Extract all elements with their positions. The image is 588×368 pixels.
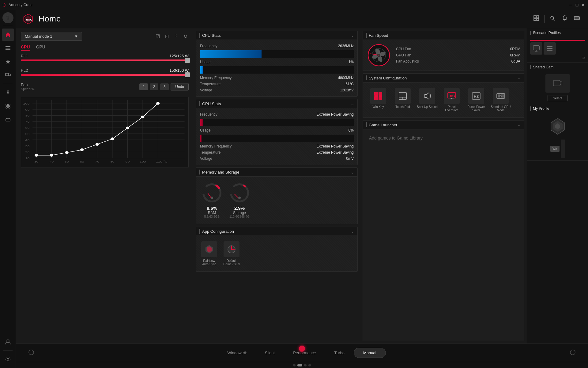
refresh-icon[interactable]: ↻ — [182, 33, 189, 40]
sidebar-item-fan[interactable] — [2, 86, 14, 99]
panel-overdrive-item[interactable]: 3MS Panel Overdrive — [441, 88, 462, 112]
cpu-stats-expand-icon[interactable]: ⌄ — [351, 33, 354, 38]
pl1-label-row: PL1 125/125 W — [21, 54, 189, 58]
mode-tab-turbo[interactable]: Turbo — [325, 348, 354, 358]
sidebar-item-user[interactable] — [2, 336, 14, 348]
fan-controls: 1 2 3 Undo — [139, 83, 189, 90]
mode-tabs-right-icon — [570, 349, 576, 356]
app-config-body: Rainbow Aura Sync — [196, 236, 357, 271]
rainbow-aura-item[interactable]: Rainbow Aura Sync — [201, 241, 217, 266]
game-launcher-header: Game Launcher ⌄ — [363, 121, 524, 129]
svg-rect-22 — [534, 18, 536, 21]
sidebar-item-settings[interactable] — [2, 353, 14, 366]
cpu-voltage-value: 1202mV — [340, 88, 354, 92]
fan-speed-header: Fan Speed — [363, 31, 524, 40]
battery-icon[interactable] — [573, 14, 582, 24]
undo-button[interactable]: Undo — [171, 83, 189, 90]
gpu-stats-body: Frequency Extreme Power Saving Usage 0% — [196, 108, 357, 165]
svg-rect-108 — [533, 46, 539, 50]
far-right-panel: Scenario Profiles — [527, 28, 588, 343]
close-button[interactable]: ✕ — [581, 2, 586, 7]
standard-gpu-item[interactable]: GPU Standard GPU Mode — [490, 88, 511, 112]
select-button[interactable]: Select — [548, 95, 567, 101]
win-key-item[interactable]: Win Key — [368, 88, 389, 112]
sidebar-item-home[interactable] — [2, 29, 14, 41]
memory-storage-expand-icon[interactable]: ⌄ — [351, 170, 354, 174]
mode-dropdown[interactable]: Manual mode 1 ▼ — [21, 32, 82, 41]
panel-power-saver-item[interactable]: HZ Panel Power Saver — [466, 88, 487, 112]
save-profile-icon[interactable]: ☑ — [154, 33, 161, 40]
maximize-button[interactable]: □ — [575, 2, 579, 7]
svg-point-7 — [6, 104, 8, 106]
gamevisual-item[interactable]: Default GameVisual — [223, 241, 240, 266]
sidebar-item-devices[interactable] — [2, 69, 14, 81]
gpu-stats-expand-icon[interactable]: ⌄ — [351, 101, 354, 106]
svg-rect-1 — [6, 48, 10, 48]
gpu-frequency-row: Frequency Extreme Power Saving — [200, 111, 354, 117]
mode-tab-windows[interactable]: Windows® — [218, 348, 255, 358]
fan-profile-3[interactable]: 3 — [160, 83, 169, 90]
memory-storage-header: Memory and Storage ⌄ — [196, 168, 357, 177]
minimize-button[interactable]: ─ — [568, 2, 573, 7]
game-launcher-body: Add games to Game Library — [363, 129, 524, 147]
sidebar-item-menu[interactable] — [2, 42, 14, 54]
system-config-body: Win Key — [363, 82, 524, 117]
cpu-mem-freq-value: 4800MHz — [338, 76, 354, 80]
page-dot-3 — [304, 364, 307, 366]
left-panel: Manual mode 1 ▼ ☑ ⊡ ⋮ ↻ CPU GPU — [16, 28, 194, 343]
svg-text:110 °C: 110 °C — [156, 160, 168, 163]
system-config-panel: System Configuration ⌄ — [363, 73, 524, 118]
cpu-stats-header: CPU Stats ⌄ — [196, 31, 357, 40]
tab-gpu[interactable]: GPU — [36, 44, 45, 51]
sidebar-item-hardware[interactable] — [2, 113, 14, 126]
scenario-profile-item[interactable] — [530, 42, 542, 55]
pl2-slider[interactable] — [21, 74, 189, 76]
app-body: 1 — [0, 10, 588, 368]
profile-scroll-track — [561, 140, 565, 158]
profile-gem-icon — [547, 116, 568, 137]
pl2-label: PL2 — [21, 68, 28, 73]
mode-tab-silent[interactable]: Silent — [256, 348, 284, 358]
svg-point-77 — [156, 102, 160, 105]
fan-profile-1[interactable]: 1 — [139, 83, 148, 90]
gamevisual-icon — [224, 241, 239, 257]
game-launcher-expand-icon[interactable]: ⌄ — [517, 122, 521, 127]
svg-rect-90 — [379, 92, 382, 96]
svg-line-25 — [553, 19, 555, 21]
fan-profile-2[interactable]: 2 — [150, 83, 158, 90]
cpu-usage-row: Usage 1% — [200, 59, 354, 65]
gpu-voltage-value: 0mV — [346, 156, 354, 161]
mode-tab-manual[interactable]: Manual — [354, 348, 386, 358]
touch-pad-item[interactable]: Touch Pad — [392, 88, 413, 112]
touch-pad-icon — [395, 88, 411, 104]
scenario-profile-truncate: Cr — [530, 56, 585, 60]
more-options-icon[interactable]: ⋮ — [172, 33, 180, 40]
svg-rect-29 — [575, 17, 579, 19]
gpu-usage-chart — [200, 135, 354, 142]
app-config-expand-icon[interactable]: ⌄ — [351, 229, 354, 234]
system-config-expand-icon[interactable]: ⌄ — [517, 75, 521, 80]
scenario-profile-item-2[interactable] — [544, 42, 556, 55]
panel-overdrive-label: Panel Overdrive — [441, 105, 462, 112]
sidebar-item-aura[interactable] — [2, 56, 14, 68]
search-icon[interactable] — [548, 14, 557, 24]
page-dot-4 — [308, 364, 311, 366]
sidebar-avatar[interactable]: 1 — [2, 12, 13, 23]
tab-cpu[interactable]: CPU — [21, 44, 30, 51]
copy-profile-icon[interactable]: ⊡ — [164, 33, 170, 40]
pl1-slider[interactable] — [21, 59, 189, 61]
boot-sound-item[interactable]: Boot Up Sound — [417, 88, 438, 112]
notification-icon[interactable] — [560, 14, 569, 24]
svg-point-15 — [7, 340, 9, 342]
sidebar-item-apps[interactable] — [2, 100, 14, 112]
fan-stats: CPU Fan 0RPM GPU Fan 0RPM Fan Acoustics … — [396, 46, 520, 64]
svg-rect-89 — [374, 92, 378, 96]
right-panels: CPU Stats ⌄ Frequency 2636MHz — [194, 28, 588, 343]
gpu-stats-title: GPU Stats — [202, 102, 221, 106]
svg-text:HZ: HZ — [474, 94, 479, 99]
win-key-label: Win Key — [372, 105, 384, 109]
grid-view-icon[interactable] — [532, 14, 541, 24]
cam-preview — [545, 74, 570, 93]
gpu-voltage-row: Voltage 0mV — [200, 155, 354, 162]
mode-dropdown-label: Manual mode 1 — [25, 34, 52, 39]
